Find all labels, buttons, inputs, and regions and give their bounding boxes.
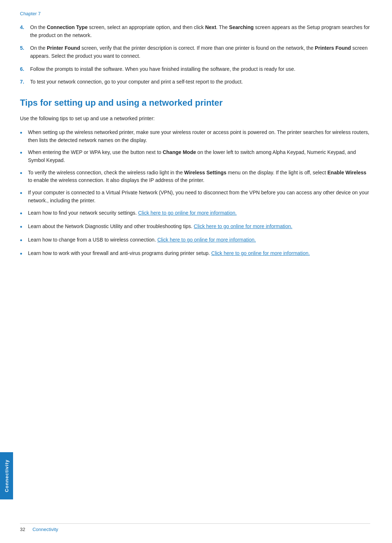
bullet-dot-icon: •	[20, 129, 28, 138]
section-intro: Use the following tips to set up and use…	[20, 115, 370, 123]
bullet-dot-icon: •	[20, 236, 28, 245]
bullet-dot-icon: •	[20, 223, 28, 232]
page-container: Connectivity Chapter 7 4. On the Connect…	[0, 0, 392, 543]
step-content-4: On the Connection Type screen, select an…	[30, 24, 370, 39]
side-tab: Connectivity	[0, 452, 13, 499]
numbered-steps-list: 4. On the Connection Type screen, select…	[20, 24, 370, 86]
footer-page-number: 32	[20, 527, 25, 532]
bullet-content-7: Learn how to change from a USB to wirele…	[28, 236, 370, 244]
list-item: • When entering the WEP or WPA key, use …	[20, 149, 370, 164]
bullet-content-4: If your computer is connected to a Virtu…	[28, 189, 370, 204]
step-content-7: To test your network connection, go to y…	[30, 78, 370, 86]
list-item: • Learn how to work with your firewall a…	[20, 250, 370, 259]
link-network-security[interactable]: Click here to go online for more informa…	[138, 210, 237, 216]
list-item: • If your computer is connected to a Vir…	[20, 189, 370, 204]
footer: 32 Connectivity	[20, 523, 370, 532]
main-content: Chapter 7 4. On the Connection Type scre…	[20, 11, 370, 543]
list-item: 6. Follow the prompts to install the sof…	[20, 65, 370, 73]
bullet-content-6: Learn about the Network Diagnostic Utili…	[28, 223, 370, 231]
list-item: 7. To test your network connection, go t…	[20, 78, 370, 86]
list-item: 4. On the Connection Type screen, select…	[20, 24, 370, 39]
list-item: • Learn about the Network Diagnostic Uti…	[20, 223, 370, 232]
link-diagnostic-utility[interactable]: Click here to go online for more informa…	[194, 223, 293, 229]
link-usb-to-wireless[interactable]: Click here to go online for more informa…	[157, 237, 256, 243]
step-number-4: 4.	[20, 24, 30, 39]
bullet-content-8: Learn how to work with your firewall and…	[28, 250, 370, 258]
chapter-label: Chapter 7	[20, 11, 370, 16]
list-item: • Learn how to change from a USB to wire…	[20, 236, 370, 245]
bullet-list: • When setting up the wireless networked…	[20, 129, 370, 259]
step-number-5: 5.	[20, 44, 30, 60]
side-tab-label: Connectivity	[4, 459, 9, 492]
link-firewall-antivirus[interactable]: Click here to go online for more informa…	[211, 250, 310, 256]
footer-chapter-name: Connectivity	[32, 527, 58, 532]
bullet-content-3: To verify the wireless connection, check…	[28, 169, 370, 185]
list-item: • When setting up the wireless networked…	[20, 129, 370, 144]
bullet-content-5: Learn how to find your network security …	[28, 209, 370, 217]
bullet-dot-icon: •	[20, 250, 28, 259]
list-item: • To verify the wireless connection, che…	[20, 169, 370, 185]
step-content-6: Follow the prompts to install the softwa…	[30, 65, 370, 73]
bullet-dot-icon: •	[20, 209, 28, 218]
list-item: • Learn how to find your network securit…	[20, 209, 370, 218]
step-number-7: 7.	[20, 78, 30, 86]
bullet-content-2: When entering the WEP or WPA key, use th…	[28, 149, 370, 164]
step-content-5: On the Printer Found screen, verify that…	[30, 44, 370, 60]
step-number-6: 6.	[20, 65, 30, 73]
bullet-dot-icon: •	[20, 169, 28, 178]
bullet-dot-icon: •	[20, 149, 28, 158]
bullet-dot-icon: •	[20, 189, 28, 198]
bullet-content-1: When setting up the wireless networked p…	[28, 129, 370, 144]
section-title: Tips for setting up and using a networke…	[20, 97, 370, 108]
list-item: 5. On the Printer Found screen, verify t…	[20, 44, 370, 60]
